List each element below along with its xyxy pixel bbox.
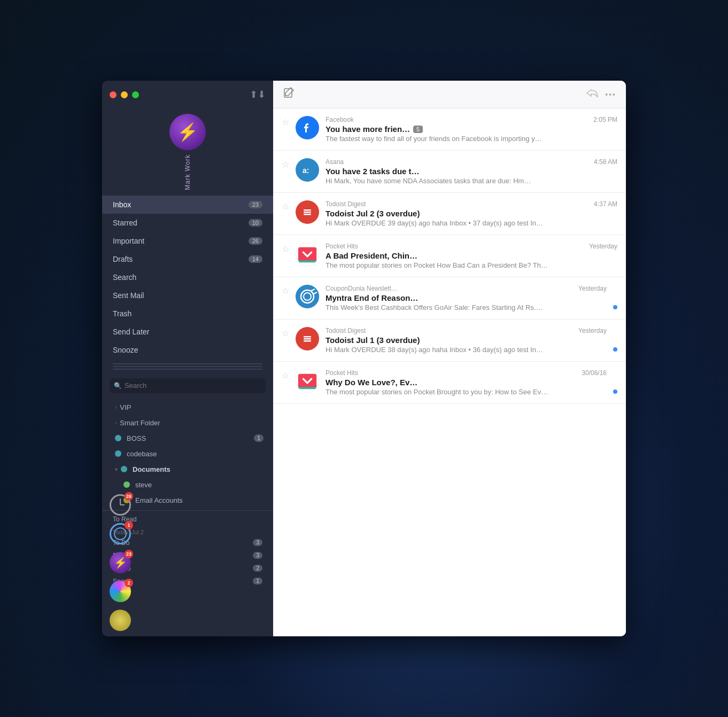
star-icon[interactable]: ☆: [282, 286, 289, 296]
lightning-badge: 23: [125, 550, 133, 558]
nav-item-search[interactable]: Search: [102, 268, 273, 286]
email-time: 4:58 AM: [594, 158, 617, 166]
svg-rect-10: [298, 260, 316, 262]
star-icon[interactable]: ☆: [282, 244, 289, 254]
nav-item-drafts[interactable]: Drafts 14: [102, 250, 273, 268]
nav-item-label: Sent Mail: [113, 291, 262, 300]
colorful-icon-wrap[interactable]: 2: [110, 581, 131, 602]
sender-avatar: a:: [296, 158, 319, 182]
email-item[interactable]: ☆ Pocket Hits Yesterday A Bad President,…: [273, 235, 626, 277]
email-sender: Todoist Digest: [326, 327, 366, 334]
email-content: Pocket Hits 30/06/16 Why Do We Love?, Ev…: [326, 369, 607, 396]
nav-item-send-later[interactable]: Send Later: [102, 323, 273, 341]
folder-label: BOSS: [127, 434, 146, 442]
nav-item-important[interactable]: Important 26: [102, 232, 273, 250]
nav-item-badge: 14: [249, 255, 262, 263]
compose-button[interactable]: [283, 87, 295, 102]
email-item[interactable]: ☆ Facebook 2:05 PM You have more frien… …: [273, 108, 626, 151]
folder-boss[interactable]: BOSS 1: [102, 431, 273, 446]
email-preview: This Week's Best Cashback Offers GoAir S…: [326, 303, 607, 311]
email-subject-row: You have 2 tasks due t…: [326, 167, 617, 176]
reply-button[interactable]: [586, 88, 599, 101]
clock-icon-wrap[interactable]: 26: [110, 494, 131, 516]
email-item[interactable]: ☆ Pocket Hits 30/06/16 Why Do We Love?, …: [273, 362, 626, 404]
nav-list: Inbox 23 Starred 10 Important 26 Drafts …: [102, 196, 273, 359]
nav-item-inbox[interactable]: Inbox 23: [102, 196, 273, 214]
target-badge: 1: [125, 521, 133, 529]
search-bar-container: 🔍: [102, 374, 273, 398]
email-item[interactable]: ☆ Todoist Digest 4:37 AM Todoist Jul 2 (…: [273, 193, 626, 235]
email-header: Todoist Digest Yesterday: [326, 327, 607, 334]
unread-indicator: [613, 389, 617, 394]
email-subject: A Bad President, Chin…: [326, 251, 417, 260]
nav-item-label: Snooze: [113, 346, 262, 354]
email-sender: CouponDunia Newslett…: [326, 285, 398, 292]
folder-label: VIP: [120, 403, 131, 411]
email-preview: Hi Mark OVERDUE 39 day(s) ago haha Inbox…: [326, 219, 617, 227]
email-subject-row: You have more frien… 5: [326, 124, 617, 134]
email-item[interactable]: ☆ a: Asana 4:58 AM You have 2 tasks due …: [273, 151, 626, 193]
email-subject: Todoist Jul 2 (3 overdue): [326, 209, 420, 218]
nav-item-sent[interactable]: Sent Mail: [102, 286, 273, 305]
email-time: 30/06/16: [582, 369, 607, 377]
minimize-button[interactable]: [121, 91, 128, 98]
dots-icon-wrap[interactable]: [110, 610, 131, 631]
svg-rect-7: [304, 214, 311, 215]
folder-label: codebase: [127, 450, 157, 458]
folder-search-input[interactable]: [110, 378, 266, 393]
svg-rect-6: [304, 212, 311, 213]
todo-badge: 3: [253, 539, 262, 546]
email-time: Yesterday: [578, 285, 607, 292]
upload-icon[interactable]: ⬆︎⬇︎: [250, 89, 266, 100]
todo-badge: 2: [253, 565, 262, 572]
star-icon[interactable]: ☆: [282, 370, 289, 380]
star-icon[interactable]: ☆: [282, 201, 289, 212]
email-sender: Pocket Hits: [326, 243, 358, 250]
sender-avatar: [296, 243, 319, 266]
clock-badge: 26: [125, 492, 133, 501]
nav-item-label: Important: [113, 237, 249, 245]
star-icon[interactable]: ☆: [282, 328, 289, 338]
email-list: ☆ Facebook 2:05 PM You have more frien… …: [273, 108, 626, 636]
target-icon-wrap[interactable]: 1: [110, 523, 131, 544]
folder-vip[interactable]: › VIP: [102, 400, 273, 415]
star-icon[interactable]: ☆: [282, 159, 289, 169]
email-subject: Myntra End of Reason…: [326, 293, 418, 302]
user-avatar-section: ⚡ Mark Work: [102, 108, 273, 196]
nav-item-snooze[interactable]: Snooze: [102, 341, 273, 359]
close-button[interactable]: [110, 91, 117, 98]
folder-dot-icon: [121, 466, 127, 472]
email-sender: Pocket Hits: [326, 369, 358, 377]
star-icon[interactable]: ☆: [282, 117, 289, 127]
chevron-right-icon: ›: [115, 420, 117, 426]
unread-indicator: [613, 347, 617, 352]
chevron-down-icon: ▾: [115, 466, 118, 472]
svg-rect-18: [298, 387, 316, 389]
nav-item-label: Search: [113, 273, 262, 282]
folder-codebase[interactable]: codebase: [102, 446, 273, 462]
folder-label: Documents: [133, 465, 171, 473]
sidebar: ⬆︎⬇︎ ⚡ Mark Work Inbox 23 Starred 10 Imp…: [102, 81, 273, 636]
email-subject-row: Todoist Jul 2 (3 overdue): [326, 209, 617, 218]
email-time: 4:37 AM: [594, 200, 617, 208]
avatar[interactable]: ⚡: [169, 114, 206, 150]
more-options-button[interactable]: •••: [605, 90, 616, 99]
email-toolbar: •••: [273, 81, 626, 108]
email-item[interactable]: ☆ CouponDunia Newslett… Yesterday Myntra…: [273, 277, 626, 319]
folder-label: Email Accounts: [135, 496, 183, 504]
nav-item-starred[interactable]: Starred 10: [102, 214, 273, 232]
folder-documents[interactable]: ▾ Documents: [102, 462, 273, 477]
email-subject: You have 2 tasks due t…: [326, 167, 420, 176]
nav-item-trash[interactable]: Trash: [102, 305, 273, 323]
maximize-button[interactable]: [132, 91, 139, 98]
colorful-badge: 2: [125, 579, 133, 587]
email-time: 2:05 PM: [593, 116, 617, 123]
email-header: CouponDunia Newslett… Yesterday: [326, 285, 607, 292]
email-preview: The most popular stories on Pocket Broug…: [326, 388, 607, 396]
nav-item-badge: 23: [249, 201, 262, 208]
lightning-icon-wrap[interactable]: ⚡ 23: [110, 552, 131, 573]
email-item[interactable]: ☆ Todoist Digest Yesterday Todoist Jul 1…: [273, 319, 626, 362]
folder-smart[interactable]: › Smart Folder: [102, 415, 273, 431]
email-content: Todoist Digest Yesterday Todoist Jul 1 (…: [326, 327, 607, 354]
email-panel: ••• ☆ Facebook 2:05 PM You have more fri…: [273, 81, 626, 636]
